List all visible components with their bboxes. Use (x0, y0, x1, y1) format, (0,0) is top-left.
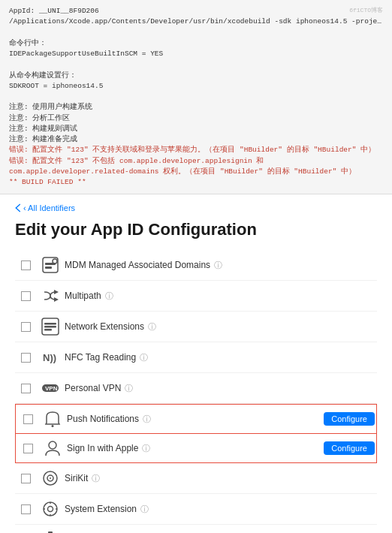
checkbox-network-ext[interactable] (21, 322, 31, 332)
label-cell: NFC Tag Reading ⓘ (65, 352, 377, 363)
info-icon[interactable]: ⓘ (148, 321, 156, 333)
terminal-spacer-3 (9, 92, 383, 102)
terminal-spacer-1 (9, 28, 383, 38)
svg-point-19 (48, 507, 53, 512)
nfc-icon: N)) (40, 347, 61, 368)
checkbox-mdm[interactable] (21, 260, 31, 270)
svg-rect-8 (44, 326, 56, 328)
info-icon[interactable]: ⓘ (92, 473, 100, 484)
terminal-spacer-2 (9, 59, 383, 70)
label-cell: SiriKit ⓘ (65, 473, 377, 484)
capability-row: MDM Managed Associated Domains ⓘ (15, 250, 377, 281)
svg-point-14 (49, 441, 56, 449)
label-cell: Push Notifications ⓘ (67, 414, 319, 425)
checkbox-cell[interactable] (15, 384, 36, 393)
capability-label: Network Extensions (65, 321, 144, 332)
terminal-error-1: 错误: 配置文件 "123" 不支持关联域和登录与苹果能力。（在项目 "HBui… (9, 145, 383, 155)
icon-cell: VPN (36, 378, 65, 399)
info-icon[interactable]: ⓘ (140, 504, 149, 515)
timesens-svg-icon (41, 530, 60, 533)
capability-label: Personal VPN (65, 383, 121, 393)
mdm-managed-icon (40, 254, 61, 276)
label-cell: Network Extensions ⓘ (65, 321, 377, 333)
checkbox-cell[interactable] (15, 260, 36, 270)
terminal-build-failed: ** BUILD FAILED ** (9, 177, 383, 188)
svg-text:VPN: VPN (45, 385, 58, 392)
label-cell: Personal VPN ⓘ (65, 383, 377, 394)
capability-row: Network Extensions ⓘ (15, 312, 377, 342)
checkbox-multipath[interactable] (21, 291, 31, 301)
capability-label: SiriKit (65, 473, 88, 483)
checkbox-cell[interactable] (15, 322, 36, 332)
vpn-svg-icon: VPN (41, 378, 60, 398)
checkbox-vpn[interactable] (21, 384, 31, 393)
capabilities-list: MDM Managed Associated Domains ⓘ Multipa… (15, 250, 377, 533)
svg-point-13 (52, 425, 54, 427)
icon-cell (36, 285, 65, 306)
checkbox-sysext[interactable] (21, 504, 31, 514)
capability-label: Sign In with Apple (67, 443, 138, 453)
svg-rect-9 (44, 329, 52, 331)
checkbox-cell[interactable] (15, 474, 36, 483)
back-link[interactable]: ‹ All Identifiers (15, 203, 377, 212)
capability-row: SiriKit ⓘ (15, 463, 377, 494)
checkbox-cell[interactable] (15, 504, 36, 514)
terminal-line-2: /Applications/Xcode.app/Contents/Develop… (9, 17, 383, 27)
label-cell: Multipath ⓘ (65, 291, 377, 302)
push-notifications-icon (42, 408, 63, 429)
capability-row-sign-in-apple: Sign In with Apple ⓘ Configure (15, 434, 377, 463)
checkbox-cell[interactable] (17, 414, 38, 424)
svg-rect-7 (44, 323, 56, 325)
info-icon[interactable]: ⓘ (142, 443, 150, 454)
time-sensitive-icon (40, 529, 61, 533)
sirikit-svg-icon (41, 468, 60, 488)
capability-label: NFC Tag Reading (65, 352, 136, 363)
configure-signin-button[interactable]: Configure (324, 441, 375, 455)
capability-label: MDM Managed Associated Domains (65, 260, 210, 270)
svg-point-17 (50, 477, 51, 479)
info-icon[interactable]: ⓘ (105, 291, 113, 302)
icon-cell: N)) (36, 347, 65, 368)
back-link-label: ‹ All Identifiers (23, 203, 75, 212)
terminal-note-2: 注意: 分析工作区 (9, 113, 383, 124)
terminal-note-3: 注意: 构建规则调试 (9, 124, 383, 134)
info-icon[interactable]: ⓘ (140, 352, 148, 363)
app-id-section: ‹ All Identifiers Edit your App ID Confi… (0, 194, 392, 533)
info-icon[interactable]: ⓘ (125, 383, 133, 394)
network-extensions-icon (40, 316, 61, 337)
checkbox-nfc[interactable] (21, 353, 31, 363)
capability-label: Push Notifications (67, 414, 139, 424)
mdm-svg-icon (41, 255, 60, 275)
icon-cell (36, 498, 65, 519)
capability-row: Multipath ⓘ (15, 281, 377, 312)
checkbox-cell[interactable] (15, 291, 36, 301)
info-icon[interactable]: ⓘ (214, 260, 222, 271)
nfc-svg-icon: N)) (41, 348, 60, 367)
svg-text:N)): N)) (43, 352, 56, 363)
icon-cell (36, 254, 65, 276)
capability-label: System Extension (65, 504, 137, 514)
label-cell: Sign In with Apple ⓘ (67, 443, 319, 454)
terminal-line-sdkroot: SDKROOT = iphoneos14.5 (9, 81, 383, 92)
capability-row: Time Sensitive Notifications ⓘ (15, 525, 377, 533)
multipath-icon (40, 285, 61, 306)
terminal-line-ide: IDEPackageSupportUseBuiltInSCM = YES (9, 49, 383, 59)
page-title: Edit your App ID Configuration (15, 220, 377, 239)
terminal-note-1: 注意: 使用用户构建系统 (9, 102, 383, 113)
icon-cell (36, 529, 65, 533)
checkbox-signin[interactable] (23, 444, 33, 453)
checkbox-push[interactable] (23, 414, 33, 424)
checkbox-cell[interactable] (17, 444, 38, 453)
capability-row: N)) NFC Tag Reading ⓘ (15, 342, 377, 373)
back-chevron-icon (15, 203, 21, 212)
info-icon[interactable]: ⓘ (143, 414, 151, 425)
capability-row: VPN Personal VPN ⓘ (15, 373, 377, 404)
svg-point-18 (44, 502, 57, 516)
checkbox-cell[interactable] (15, 353, 36, 363)
checkbox-sirikit[interactable] (21, 474, 31, 483)
svg-marker-4 (54, 290, 59, 294)
system-extension-icon (40, 498, 61, 519)
svg-marker-5 (54, 297, 59, 302)
configure-push-button[interactable]: Configure (324, 412, 375, 426)
push-svg-icon (43, 409, 62, 429)
